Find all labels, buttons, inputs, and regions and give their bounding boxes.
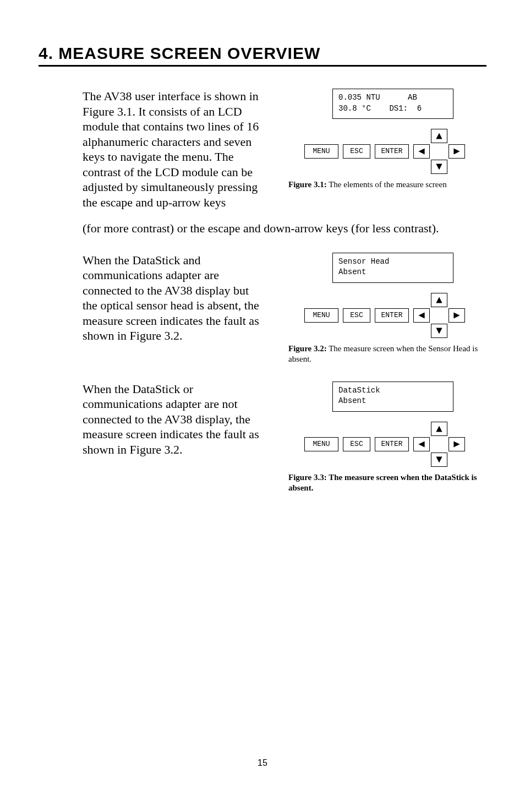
device-diagram-3: DataStick Absent MENU ESC ENTER (283, 382, 486, 467)
right-arrow-icon (449, 437, 465, 451)
svg-marker-4 (436, 297, 442, 303)
left-arrow-icon (413, 437, 430, 451)
device-diagram-1: 0.035 NTU AB 30.8 °C DS1: 6 MENU ESC ENT… (283, 89, 486, 174)
svg-marker-2 (453, 148, 460, 154)
lcd1-line2: 30.8 °C DS1: 6 (338, 104, 422, 113)
paragraph-1: The AV38 user interface is shown in Figu… (83, 89, 266, 210)
lcd1-line1: 0.035 NTU AB (338, 93, 417, 102)
svg-marker-3 (436, 164, 442, 170)
right-arrow-icon (449, 308, 465, 323)
down-arrow-icon (431, 160, 447, 174)
row-2: When the DataStick and communications ad… (83, 253, 486, 365)
keys-row-3: MENU ESC ENTER (304, 422, 465, 467)
enter-key: ENTER (375, 308, 409, 323)
up-arrow-icon (431, 129, 447, 143)
enter-key: ENTER (375, 437, 409, 451)
menu-key: MENU (304, 308, 338, 323)
menu-key: MENU (304, 437, 338, 451)
svg-marker-6 (453, 312, 460, 318)
menu-key: MENU (304, 144, 338, 159)
svg-marker-9 (418, 441, 424, 447)
svg-marker-10 (453, 441, 460, 447)
figure-1-caption: Figure 3.1: The elements of the measure … (283, 179, 486, 190)
lcd3-line2: Absent (338, 396, 366, 405)
left-arrow-icon (413, 144, 430, 159)
paragraph-1-continuation: (for more contrast) or the escape and do… (83, 221, 486, 236)
keys-row-1: MENU ESC ENTER (304, 129, 465, 174)
figure-2: Sensor Head Absent MENU ESC ENTER Figure… (283, 253, 486, 365)
dpad-1 (413, 129, 465, 174)
esc-key: ESC (343, 144, 370, 159)
section-heading: 4. MEASURE SCREEN OVERVIEW (39, 44, 486, 67)
content-area: The AV38 user interface is shown in Figu… (39, 89, 486, 494)
keys-row-2: MENU ESC ENTER (304, 293, 465, 338)
svg-marker-0 (436, 133, 442, 139)
figure-3: DataStick Absent MENU ESC ENTER Figure 3… (283, 382, 486, 494)
paragraph-3: When the DataStick or communications ada… (83, 382, 266, 457)
lcd-screen-3: DataStick Absent (332, 382, 453, 412)
up-arrow-icon (431, 293, 447, 307)
fig1-caption-bold: Figure 3.1: (288, 180, 327, 189)
svg-marker-8 (436, 426, 442, 432)
esc-key: ESC (343, 308, 370, 323)
fig1-caption-text: The elements of the measure screen (327, 180, 447, 189)
lcd-screen-1: 0.035 NTU AB 30.8 °C DS1: 6 (332, 89, 453, 119)
svg-marker-5 (418, 312, 424, 318)
paragraph-2: When the DataStick and communications ad… (83, 253, 266, 344)
down-arrow-icon (431, 324, 447, 338)
row-1: The AV38 user interface is shown in Figu… (83, 89, 486, 210)
svg-marker-7 (436, 328, 442, 334)
figure-1: 0.035 NTU AB 30.8 °C DS1: 6 MENU ESC ENT… (283, 89, 486, 190)
up-arrow-icon (431, 422, 447, 436)
page-number: 15 (39, 758, 486, 768)
fig2-caption-bold: Figure 3.2: (288, 344, 327, 353)
left-arrow-icon (413, 308, 430, 323)
dpad-2 (413, 293, 465, 338)
figure-2-caption: Figure 3.2: The measure screen when the … (283, 344, 486, 365)
lcd3-line1: DataStick (338, 386, 380, 395)
right-arrow-icon (449, 144, 465, 159)
lcd-screen-2: Sensor Head Absent (332, 253, 453, 283)
svg-marker-1 (418, 148, 424, 154)
device-diagram-2: Sensor Head Absent MENU ESC ENTER (283, 253, 486, 338)
row-3: When the DataStick or communications ada… (83, 382, 486, 494)
enter-key: ENTER (375, 144, 409, 159)
figure-3-caption: Figure 3.3: The measure screen when the … (283, 472, 486, 494)
dpad-3 (413, 422, 465, 467)
lcd2-line2: Absent (338, 268, 366, 276)
fig3-caption-bold: Figure 3.3: The measure screen when the … (288, 473, 477, 493)
svg-marker-11 (436, 456, 442, 462)
esc-key: ESC (343, 437, 370, 451)
down-arrow-icon (431, 453, 447, 467)
lcd2-line1: Sensor Head (338, 257, 389, 266)
